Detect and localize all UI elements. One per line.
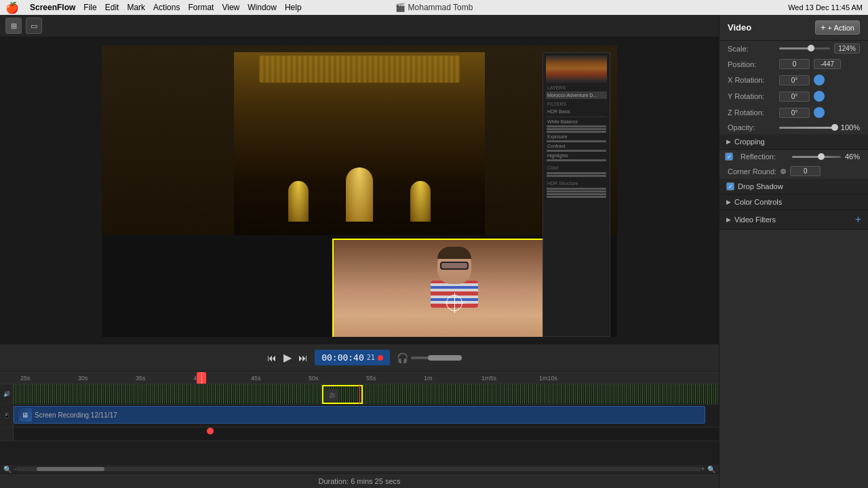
ruler-mark-45s: 45s	[251, 375, 261, 382]
track-label-2: 📱	[0, 405, 14, 427]
tool-select[interactable]: ⊞	[5, 18, 22, 34]
webcam-clip[interactable]	[332, 239, 576, 337]
scale-slider[interactable]	[779, 47, 830, 49]
menu-window[interactable]: Window	[248, 3, 277, 12]
clip-name: Screen Recording 12/11/17	[35, 411, 117, 419]
position-y-input[interactable]	[814, 59, 841, 69]
corner-round-input[interactable]	[790, 166, 821, 176]
rewind-button[interactable]: ⏮	[267, 352, 277, 363]
menu-view[interactable]: View	[222, 3, 239, 12]
z-rotation-label: Z Rotation:	[728, 108, 775, 117]
playhead	[359, 384, 360, 404]
z-rotation-keyframe[interactable]	[814, 107, 825, 118]
window-title: Mohammad Tomb	[408, 3, 473, 12]
scale-label: Scale:	[728, 45, 775, 53]
y-rotation-label: Y Rotation:	[728, 92, 775, 100]
drop-shadow-label: Drop Shadow	[738, 182, 783, 190]
empty-track	[0, 428, 719, 441]
cropping-section[interactable]: ▶ Cropping	[719, 134, 868, 150]
tool-crop[interactable]: ▭	[26, 18, 42, 34]
canvas: LAYERS Morocco Adventure D... FILTERS HD…	[102, 45, 617, 337]
menu-file[interactable]: File	[83, 3, 96, 12]
track-label-1: 🔊	[0, 384, 14, 404]
menu-format[interactable]: Format	[188, 3, 214, 12]
timeline-tracks: 🔊 🎥	[0, 384, 719, 465]
zoom-out-icon[interactable]: 🔍	[3, 466, 12, 473]
background-video	[102, 45, 617, 235]
ruler-mark-35s: 35s	[136, 375, 146, 382]
playhead-marker[interactable]	[197, 372, 206, 384]
timeline-scrollbar: 🔍 - + 🔍	[0, 465, 719, 473]
volume-slider[interactable]	[411, 357, 452, 359]
video-filters-section[interactable]: ▶ Video Filters +	[719, 210, 868, 230]
webcam-person	[334, 240, 575, 337]
record-indicator	[378, 355, 383, 361]
timecode-display: 00:00:40 21	[315, 350, 390, 365]
drop-shadow-section[interactable]: ✓ Drop Shadow	[719, 179, 868, 195]
color-controls-chevron: ▶	[726, 199, 731, 205]
timeline-scroll-track[interactable]	[16, 467, 701, 471]
zoom-controls-right: + 🔍	[701, 466, 715, 473]
y-rotation-keyframe[interactable]	[814, 91, 825, 102]
fast-forward-button[interactable]: ⏭	[298, 352, 308, 363]
ruler-mark-55s: 55s	[366, 375, 376, 382]
ruler-mark-25s: 25s	[20, 375, 31, 382]
selected-clip[interactable]: 🎥	[322, 385, 363, 404]
ruler-mark-30s: 30s	[78, 375, 88, 382]
reflection-label: Reflection:	[741, 152, 788, 161]
video-filters-chevron: ▶	[726, 216, 731, 223]
timeline-ruler: 25s 30s 35s 40s 45s 50s 55s 1m 1m5s 1m10…	[0, 372, 719, 384]
volume-control: 🎧	[397, 352, 452, 363]
menu-edit[interactable]: Edit	[105, 3, 119, 12]
corner-round-icon	[781, 169, 786, 174]
menu-help[interactable]: Help	[285, 3, 302, 12]
add-filter-button[interactable]: +	[855, 214, 861, 226]
timeline: 25s 30s 35s 40s 45s 50s 55s 1m 1m5s 1m10…	[0, 371, 719, 473]
reflection-row: ✓ Reflection: 46%	[719, 150, 868, 163]
x-rotation-keyframe[interactable]	[814, 75, 825, 85]
zoom-plus[interactable]: +	[701, 466, 705, 472]
opacity-label: Opacity:	[728, 123, 775, 131]
audio-track-1: 🔊 🎥	[0, 384, 719, 405]
reflection-slider[interactable]	[792, 156, 841, 158]
opacity-value: 100%	[841, 123, 860, 131]
panel-title: Video	[728, 22, 751, 33]
frame-number: 21	[367, 354, 375, 361]
zoom-in-icon[interactable]: 🔍	[707, 466, 715, 473]
apple-menu[interactable]: 🍎	[5, 1, 19, 14]
scale-input[interactable]	[834, 43, 860, 54]
transform-center[interactable]	[446, 295, 462, 311]
timeline-scroll-thumb[interactable]	[37, 467, 104, 471]
top-toolbar: ⊞ ▭	[0, 15, 719, 37]
ruler-mark-1m10s: 1m10s	[539, 375, 557, 382]
drop-shadow-checkbox[interactable]: ✓	[726, 182, 734, 190]
color-controls-section[interactable]: ▶ Color Controls	[719, 195, 868, 210]
track-icon-1: 🔊	[3, 391, 10, 397]
position-x-input[interactable]	[779, 59, 810, 69]
status-bar: Duration: 6 mins 25 secs	[0, 473, 719, 488]
opacity-slider[interactable]	[779, 127, 837, 129]
play-button[interactable]: ▶	[283, 351, 292, 364]
track-content-3	[14, 428, 719, 441]
add-action-button[interactable]: + Action	[815, 20, 860, 35]
position-row: Position:	[719, 56, 868, 72]
x-rotation-label: X Rotation:	[728, 76, 775, 84]
reflection-checkbox[interactable]: ✓	[725, 152, 733, 161]
track-label-3	[0, 428, 14, 441]
track-content-2[interactable]: 🖥 Screen Recording 12/11/17	[14, 405, 719, 427]
transport-controls: ⏮ ▶ ⏭ 00:00:40 21 🎧	[0, 344, 719, 371]
y-rotation-row: Y Rotation:	[719, 88, 868, 104]
x-rotation-input[interactable]	[779, 75, 810, 85]
y-rotation-input[interactable]	[779, 92, 810, 102]
menu-bar: 🍎 ScreenFlow File Edit Mark Actions Form…	[0, 0, 868, 15]
screen-recording-clip[interactable]: 🖥 Screen Recording 12/11/17	[14, 406, 705, 424]
preview-canvas: LAYERS Morocco Adventure D... FILTERS HD…	[0, 37, 719, 344]
opacity-row: Opacity: 100%	[719, 121, 868, 134]
menu-mark[interactable]: Mark	[127, 3, 145, 12]
menu-actions[interactable]: Actions	[153, 3, 180, 12]
track-content-1[interactable]: 🎥	[14, 384, 719, 404]
clip-preview-thumb: 🖥	[18, 408, 32, 422]
ruler-mark-1m5s: 1m5s	[481, 375, 496, 382]
menu-screenflow[interactable]: ScreenFlow	[30, 3, 75, 12]
z-rotation-input[interactable]	[779, 108, 810, 118]
